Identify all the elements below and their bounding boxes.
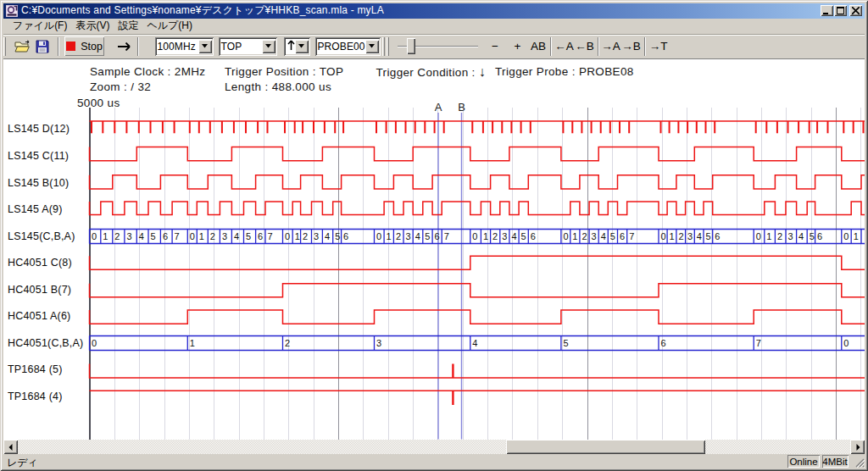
zoom-slider-thumb[interactable] [407,38,415,54]
save-button[interactable] [31,36,53,56]
toolbar-gripper [387,37,389,56]
chevron-down-icon [202,44,209,48]
bus-value: 1 [670,231,675,241]
chevron-down-icon [265,44,272,48]
trigger-condition-combo[interactable] [284,37,310,56]
bus-value: 6 [163,231,168,241]
bus-value: 0 [285,231,290,241]
zoom-out-button[interactable]: − [485,36,505,56]
toolbar-separator [58,37,59,56]
trigger-position-combo[interactable]: TOP [219,37,277,56]
channel-label[interactable]: HC4051 A(6) [8,310,70,322]
bus-value: 0 [472,231,477,241]
goto-trigger-button[interactable]: →T [648,36,669,56]
bus-value: 4 [325,231,330,241]
title-bar[interactable]: C:¥Documents and Settings¥noname¥デスクトップ¥… [3,3,865,19]
bus-value: 0 [92,231,97,241]
toolbar-separator [137,37,139,56]
resize-grip[interactable] [854,457,865,468]
bus-value: 5 [706,231,711,241]
dropdown-button[interactable] [365,40,379,53]
bus-value: 0 [756,231,761,241]
trigger-probe-combo[interactable]: PROBE00 [315,37,381,56]
channel-label[interactable]: TP1684 (5) [8,363,63,375]
bus-value: 4 [472,338,477,348]
channel-label[interactable]: HC4051 C(8) [8,257,72,269]
maximize-button[interactable] [834,5,847,16]
chevron-down-icon [298,44,305,48]
scrollbar-thumb[interactable] [506,440,705,454]
channel-label[interactable]: LS145 A(9) [8,203,63,215]
menu-file[interactable]: ファイル(F) [8,18,71,35]
open-button[interactable] [12,36,33,56]
close-button[interactable] [849,5,862,16]
horizontal-scrollbar[interactable] [3,440,865,454]
dropdown-button[interactable] [198,40,212,53]
toolbar-gripper[interactable] [3,37,6,56]
bus-value: 6 [661,338,666,348]
info-time-div: 5000 us [77,97,120,109]
bus-value: 5 [246,231,251,241]
channel-label[interactable]: HC4051(C,B,A) [8,337,83,349]
bus-value: 5 [151,231,156,241]
strobe-pulses [92,121,864,133]
sample-clock-combo[interactable]: 100MHz [155,37,214,56]
combo-value: TOP [219,41,262,53]
bus-value: 7 [268,231,273,241]
stop-button[interactable]: Stop [64,36,104,56]
menu-view[interactable]: 表示(V) [71,18,114,35]
set-cursor-a-button[interactable]: →A [601,36,621,56]
minimize-button[interactable] [821,5,833,16]
bus-value: 1 [190,338,195,348]
scroll-left-button[interactable] [3,440,18,454]
bus-value: 2 [777,231,782,241]
channel-label[interactable]: LS145(C,B,A) [8,230,75,242]
bus-value: 7 [629,231,634,241]
channel-label[interactable]: TP1684 (4) [8,391,63,402]
scroll-right-button[interactable] [850,440,865,454]
wave-HC4051 C(8) [90,256,865,269]
status-memory: 4MBit [822,455,849,468]
bus-value: 3 [222,231,227,241]
status-bar: レディ Online 4MBit [3,455,865,468]
window-title: C:¥Documents and Settings¥noname¥デスクトップ¥… [21,3,384,19]
channel-label[interactable]: LS145 B(10) [8,177,69,189]
bus-value: 6 [435,231,440,241]
bus-value: 0 [376,231,381,241]
channel-label[interactable]: HC4051 B(7) [8,284,71,296]
bus-value: 3 [592,231,597,241]
bus-value: 3 [126,231,131,241]
bus-value: 6 [531,231,536,241]
bus-value: 0 [661,231,666,241]
set-cursor-b-button[interactable]: →B [621,36,642,56]
ab-button[interactable]: AB [528,36,548,56]
open-folder-icon [14,40,31,53]
bus-value: 5 [810,231,815,241]
info-trigger-condition: Trigger Condition : ↓ [376,65,487,79]
channel-label[interactable]: LS145 C(11) [8,150,69,162]
info-sample-clock: Sample Clock : 2MHz [90,65,205,78]
cursor-b-label[interactable]: B [458,101,465,114]
goto-cursor-a-button[interactable]: ←A [554,36,575,56]
bus-value: 2 [285,338,290,348]
bus-value: 1 [199,231,204,241]
dropdown-button[interactable] [295,40,309,53]
bus-value: 7 [444,231,449,241]
goto-cursor-b-button[interactable]: ←B [575,36,595,56]
dropdown-button[interactable] [262,40,275,53]
wave-HC4051 B(7) [90,284,865,297]
channel-label[interactable]: LS145 D(12) [8,123,70,135]
run-button[interactable] [114,36,136,56]
bus-value: 7 [756,338,761,348]
combo-value: 100MHz [155,41,198,53]
menu-help[interactable]: ヘルプ(H) [142,18,197,35]
wave-HC4051 A(6) [90,310,865,324]
zoom-in-button[interactable]: + [508,36,528,56]
up-arrow-icon [287,40,295,51]
cursor-a-label[interactable]: A [435,101,442,114]
bus-value: 5 [610,231,615,241]
minimize-icon [823,7,831,14]
bus-value: 2 [114,231,120,241]
menu-settings[interactable]: 設定 [114,18,142,35]
bus-value: 1 [572,231,577,241]
